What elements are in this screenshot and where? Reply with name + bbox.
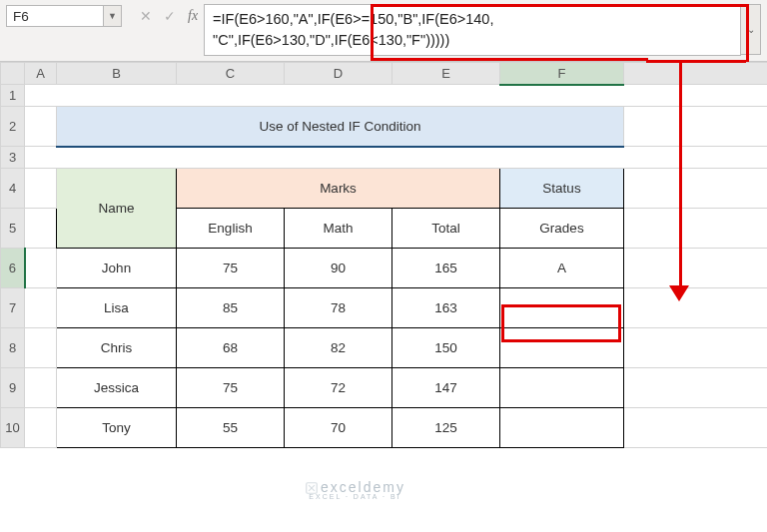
cell-english-4[interactable]: 55 xyxy=(177,408,285,448)
cell-A10[interactable] xyxy=(25,408,57,448)
formula-controls: ✕ ✓ fx xyxy=(140,4,198,28)
cell-math-2[interactable]: 82 xyxy=(285,328,392,368)
row-header-10[interactable]: 10 xyxy=(1,408,25,448)
subheader-total[interactable]: Total xyxy=(392,209,500,249)
header-name[interactable]: Name xyxy=(57,169,177,249)
row-10: 10 Tony 55 70 125 xyxy=(1,408,768,448)
row-1: 1 xyxy=(1,85,768,107)
row-header-1[interactable]: 1 xyxy=(1,85,25,107)
name-box[interactable]: F6 xyxy=(6,5,104,27)
cell-G9[interactable] xyxy=(624,368,768,408)
row-header-7[interactable]: 7 xyxy=(1,288,25,328)
formula-line-2: "C",IF(E6>130,"D",IF(E6<130,"F"))))) xyxy=(213,32,449,48)
select-all-corner[interactable] xyxy=(1,63,25,85)
cell-name-2[interactable]: Chris xyxy=(57,328,177,368)
col-header-B[interactable]: B xyxy=(57,63,177,85)
worksheet-grid[interactable]: A B C D E F 1 2 Use of Nested IF Conditi… xyxy=(0,62,767,448)
title-cell[interactable]: Use of Nested IF Condition xyxy=(57,107,624,147)
row-4: 4 Name Marks Status xyxy=(1,169,768,209)
formula-bar-area: F6 ▼ ✕ ✓ fx =IF(E6>160,"A",IF(E6>=150,"B… xyxy=(0,0,767,62)
formula-bar-input[interactable]: =IF(E6>160,"A",IF(E6>=150,"B",IF(E6>140,… xyxy=(204,4,741,56)
cell-english-1[interactable]: 85 xyxy=(177,288,285,328)
col-header-G[interactable] xyxy=(624,63,768,85)
cell-math-4[interactable]: 70 xyxy=(285,408,392,448)
cell-grade-4[interactable] xyxy=(500,408,624,448)
cell-A9[interactable] xyxy=(25,368,57,408)
row-header-4[interactable]: 4 xyxy=(1,169,25,209)
cell-A2[interactable] xyxy=(25,107,57,147)
cell-blank[interactable] xyxy=(25,85,768,107)
cell-name-1[interactable]: Lisa xyxy=(57,288,177,328)
cell-grade-3[interactable] xyxy=(500,368,624,408)
cell-G7[interactable] xyxy=(624,288,768,328)
header-marks[interactable]: Marks xyxy=(177,169,500,209)
formula-line-1: =IF(E6>160,"A",IF(E6>=150,"B",IF(E6>140, xyxy=(213,11,493,27)
cell-total-0[interactable]: 165 xyxy=(392,249,500,288)
watermark: exceldemy EXCEL · DATA · BI xyxy=(305,479,405,500)
grid-area: A B C D E F 1 2 Use of Nested IF Conditi… xyxy=(0,62,767,448)
cell-english-3[interactable]: 75 xyxy=(177,368,285,408)
cell-A6[interactable] xyxy=(25,249,57,288)
row-6: 6 John 75 90 165 A xyxy=(1,249,768,288)
fx-icon[interactable]: fx xyxy=(188,8,198,24)
cell-math-3[interactable]: 72 xyxy=(285,368,392,408)
cancel-icon[interactable]: ✕ xyxy=(140,8,152,24)
watermark-sub: EXCEL · DATA · BI xyxy=(305,493,405,500)
logo-icon xyxy=(305,481,319,495)
cell-english-2[interactable]: 68 xyxy=(177,328,285,368)
cell-english-0[interactable]: 75 xyxy=(177,249,285,288)
header-status[interactable]: Status xyxy=(500,169,624,209)
row-9: 9 Jessica 75 72 147 xyxy=(1,368,768,408)
subheader-math[interactable]: Math xyxy=(285,209,392,249)
cell-A5[interactable] xyxy=(25,209,57,249)
cell-name-3[interactable]: Jessica xyxy=(57,368,177,408)
cell-A4[interactable] xyxy=(25,169,57,209)
svg-rect-0 xyxy=(307,483,318,494)
cell-total-3[interactable]: 147 xyxy=(392,368,500,408)
cell-name-0[interactable]: John xyxy=(57,249,177,288)
cell-blank-3[interactable] xyxy=(25,147,768,169)
row-header-9[interactable]: 9 xyxy=(1,368,25,408)
subheader-english[interactable]: English xyxy=(177,209,285,249)
row-header-8[interactable]: 8 xyxy=(1,328,25,368)
col-header-C[interactable]: C xyxy=(177,63,285,85)
name-box-value: F6 xyxy=(13,9,29,24)
row-header-2[interactable]: 2 xyxy=(1,107,25,147)
watermark-main: exceldemy xyxy=(321,479,405,495)
cell-name-4[interactable]: Tony xyxy=(57,408,177,448)
confirm-icon[interactable]: ✓ xyxy=(164,8,176,24)
cell-math-0[interactable]: 90 xyxy=(285,249,392,288)
row-header-3[interactable]: 3 xyxy=(1,147,25,169)
row-8: 8 Chris 68 82 150 xyxy=(1,328,768,368)
col-header-E[interactable]: E xyxy=(392,63,500,85)
row-3: 3 xyxy=(1,147,768,169)
row-header-6[interactable]: 6 xyxy=(1,249,25,288)
cell-G5[interactable] xyxy=(624,209,768,249)
formula-expand-button[interactable]: ⌄ xyxy=(741,4,761,55)
cell-grade-1[interactable] xyxy=(500,288,624,328)
cell-A8[interactable] xyxy=(25,328,57,368)
cell-G6[interactable] xyxy=(624,249,768,288)
col-header-D[interactable]: D xyxy=(285,63,392,85)
col-header-F[interactable]: F xyxy=(500,63,624,85)
name-box-dropdown[interactable]: ▼ xyxy=(104,5,122,27)
row-header-5[interactable]: 5 xyxy=(1,209,25,249)
cell-grade-0[interactable]: A xyxy=(500,249,624,288)
cell-G2[interactable] xyxy=(624,107,768,147)
cell-G4[interactable] xyxy=(624,169,768,209)
row-2: 2 Use of Nested IF Condition xyxy=(1,107,768,147)
subheader-grades[interactable]: Grades xyxy=(500,209,624,249)
cell-total-2[interactable]: 150 xyxy=(392,328,500,368)
cell-grade-2[interactable] xyxy=(500,328,624,368)
cell-math-1[interactable]: 78 xyxy=(285,288,392,328)
col-header-A[interactable]: A xyxy=(25,63,57,85)
cell-A7[interactable] xyxy=(25,288,57,328)
row-7: 7 Lisa 85 78 163 xyxy=(1,288,768,328)
cell-total-4[interactable]: 125 xyxy=(392,408,500,448)
cell-G10[interactable] xyxy=(624,408,768,448)
cell-total-1[interactable]: 163 xyxy=(392,288,500,328)
column-header-row: A B C D E F xyxy=(1,63,768,85)
name-box-wrap: F6 ▼ xyxy=(6,4,122,28)
cell-G8[interactable] xyxy=(624,328,768,368)
